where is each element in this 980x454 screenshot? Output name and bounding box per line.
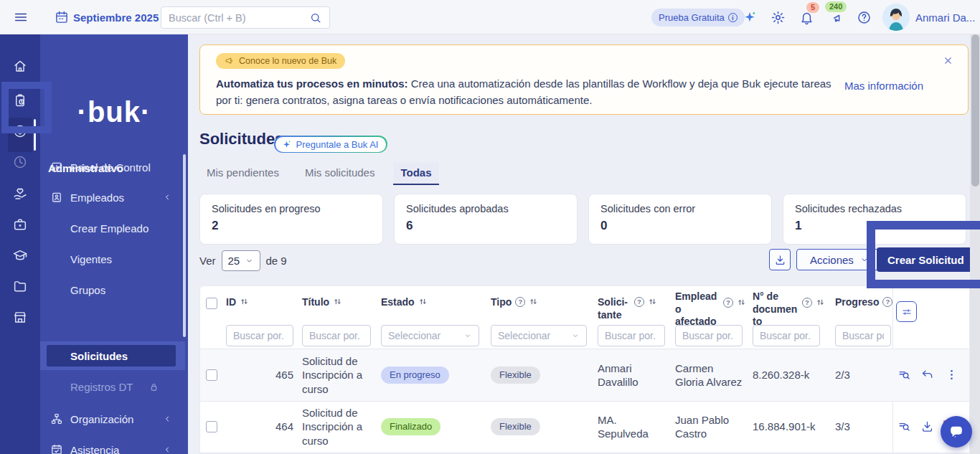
- table-row[interactable]: 465 Solicitud de Inscripción a curso En …: [200, 349, 970, 401]
- ai-sparkle-icon[interactable]: [742, 0, 758, 34]
- sidebar: ·buk· Administrativo Panel de Control Em…: [40, 34, 188, 454]
- filter-estado-select[interactable]: Seleccionar: [381, 325, 479, 346]
- col-header-progreso[interactable]: Progreso ?: [835, 286, 898, 309]
- col-header-estado[interactable]: Estado: [381, 286, 460, 309]
- tab-mis-solicitudes[interactable]: Mis solicitudes: [298, 162, 382, 185]
- undo-icon[interactable]: [920, 368, 934, 382]
- sidebar-item-asistencia[interactable]: Asistencia: [40, 438, 188, 454]
- card-solicitudes-rechazadas: Solicitudes rechazadas 1: [783, 194, 966, 245]
- filter-solicitante-input[interactable]: [598, 325, 665, 346]
- trial-badge[interactable]: Prueba Gratuita i: [651, 9, 745, 27]
- home-icon[interactable]: [13, 59, 28, 74]
- sidebar-item-vigentes[interactable]: Vigentes: [40, 247, 188, 271]
- period-label[interactable]: Septiembre 2025: [73, 0, 159, 34]
- tiempo-clock-icon[interactable]: [13, 155, 28, 170]
- card-solicitudes-en-progreso: Solicitudes en progreso 2: [199, 194, 383, 245]
- chevron-down-icon: [859, 255, 870, 265]
- search-icon[interactable]: [309, 11, 322, 24]
- acciones-button[interactable]: Acciones: [796, 249, 883, 270]
- filter-id-input[interactable]: [226, 325, 293, 346]
- calendar-icon[interactable]: [55, 0, 69, 34]
- capacitacion-gradcap-icon[interactable]: [12, 247, 28, 263]
- search-input[interactable]: [169, 12, 309, 24]
- announcement-banner: Conoce lo nuevo de Buk Automatiza tus pr…: [199, 44, 969, 115]
- sidebar-scrollbar[interactable]: [183, 154, 186, 337]
- type-badge: Flexible: [491, 366, 540, 384]
- hamburger-menu-icon[interactable]: [13, 0, 29, 34]
- cell-documento: 8.260.328-k: [753, 349, 824, 401]
- dashboard-icon: [50, 161, 63, 174]
- download-icon[interactable]: [920, 420, 934, 433]
- sort-icon[interactable]: [333, 297, 342, 306]
- table-row[interactable]: 464 Solicitud de Inscripción a curso Fin…: [200, 401, 970, 453]
- help-icon[interactable]: ?: [882, 297, 892, 307]
- ai-sparkle-icon: [281, 139, 292, 150]
- sort-icon[interactable]: [418, 297, 428, 306]
- tab-mis-pendientes[interactable]: Mis pendientes: [199, 162, 286, 185]
- info-icon: i: [728, 13, 738, 22]
- sidebar-item-organizacion[interactable]: Organización: [40, 407, 188, 431]
- sort-icon[interactable]: [240, 297, 249, 306]
- avatar[interactable]: [882, 4, 910, 31]
- cell-estado: Finalizado: [381, 401, 440, 453]
- filter-empleado-input[interactable]: [675, 325, 743, 346]
- column-settings-button[interactable]: [896, 301, 917, 322]
- banner-more-info-link[interactable]: Mas información: [844, 80, 923, 92]
- row-checkbox[interactable]: [206, 369, 217, 381]
- settings-gear-icon[interactable]: [771, 0, 786, 34]
- help-icon[interactable]: ?: [634, 297, 644, 307]
- download-button[interactable]: [769, 249, 791, 270]
- view-detail-icon[interactable]: [897, 368, 911, 382]
- crear-solicitud-button[interactable]: Crear Solicitud: [877, 247, 975, 272]
- sidebar-item-registros-dt[interactable]: Registros DT: [40, 374, 188, 399]
- sidebar-item-panel-de-control[interactable]: Panel de Control: [40, 155, 188, 179]
- per-page-control: Ver 25 de 9: [199, 250, 287, 271]
- page-scrollbar-thumb[interactable]: [971, 34, 979, 186]
- filter-documento-input[interactable]: [753, 325, 820, 346]
- row-checkbox[interactable]: [206, 421, 217, 432]
- notification-count-badge: 5: [806, 2, 819, 13]
- chat-fab-button[interactable]: [941, 416, 972, 448]
- banner-tag: Conoce lo nuevo de Buk: [216, 53, 345, 69]
- filter-titulo-input[interactable]: [302, 325, 371, 346]
- solicitudes-clipboard-icon[interactable]: [13, 93, 28, 108]
- beneficios-briefcase-icon[interactable]: [13, 217, 28, 232]
- remuneraciones-dollar-icon[interactable]: $: [13, 124, 28, 139]
- view-detail-icon[interactable]: [897, 420, 911, 433]
- marketplace-store-icon[interactable]: [13, 310, 28, 325]
- bienestar-hand-heart-icon[interactable]: [12, 186, 28, 202]
- filter-tipo-select[interactable]: Seleccionar: [491, 325, 587, 346]
- filter-progreso-input[interactable]: [835, 325, 891, 346]
- select-all-checkbox[interactable]: [206, 298, 217, 309]
- cell-titulo: Solicitud de Inscripción a curso: [302, 401, 371, 453]
- help-icon[interactable]: ?: [515, 297, 525, 307]
- col-header-titulo[interactable]: Título: [302, 286, 371, 309]
- sidebar-item-crear-empleado[interactable]: Crear Empleado: [40, 216, 188, 240]
- user-name[interactable]: Anmari Da...: [915, 0, 975, 34]
- sidebar-item-empleados[interactable]: Empleados: [40, 185, 188, 209]
- sort-icon[interactable]: [816, 298, 825, 307]
- col-header-tipo[interactable]: Tipo ?: [491, 286, 570, 309]
- col-header-id[interactable]: ID: [226, 286, 288, 309]
- tab-todas[interactable]: Todas: [393, 162, 438, 185]
- close-icon[interactable]: [943, 55, 953, 66]
- help-icon[interactable]: ?: [802, 298, 812, 308]
- kebab-menu-icon[interactable]: [945, 368, 958, 382]
- help-icon[interactable]: ?: [723, 298, 733, 308]
- col-header-solicitante[interactable]: Solici-tante ?: [598, 286, 669, 321]
- global-search[interactable]: [161, 6, 330, 29]
- per-page-select[interactable]: 25: [222, 250, 260, 271]
- ask-buk-ai-button[interactable]: Preguntale a Buk AI: [274, 136, 387, 153]
- sort-icon[interactable]: [737, 298, 746, 307]
- documentos-folder-icon[interactable]: [13, 279, 28, 294]
- cell-empleado: Juan Pablo Castro: [675, 401, 743, 453]
- help-circle-icon[interactable]: [857, 0, 872, 34]
- card-solicitudes-aprobadas: Solicitudes aprobadas 6: [394, 194, 578, 245]
- buk-logo: ·buk·: [40, 96, 188, 128]
- sidebar-item-grupos[interactable]: Grupos: [40, 278, 188, 302]
- sort-icon[interactable]: [648, 297, 657, 306]
- chevron-left-icon: [162, 192, 172, 202]
- sidebar-item-solicitudes[interactable]: Solicitudes: [40, 344, 188, 368]
- sort-icon[interactable]: [529, 297, 538, 306]
- topbar: Septiembre 2025 Prueba Gratuita i 5 240 …: [0, 0, 980, 34]
